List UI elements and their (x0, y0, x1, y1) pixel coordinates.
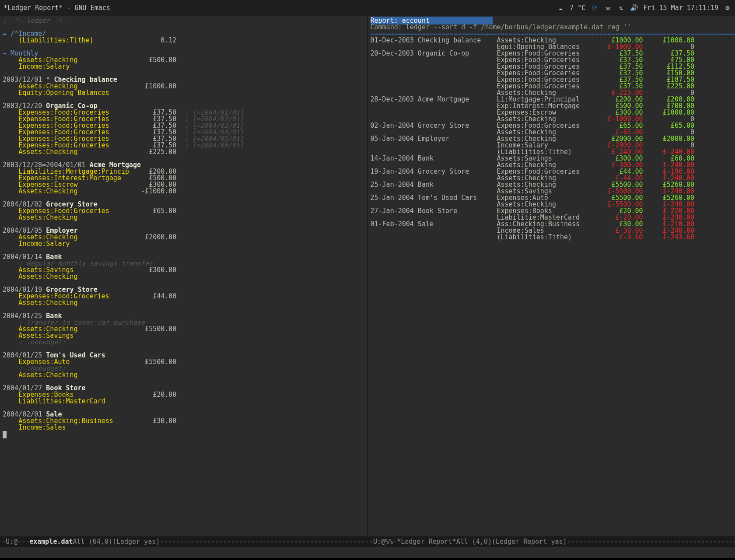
weather-text: 7 °C (570, 4, 585, 12)
mail-icon[interactable]: ✉ (604, 4, 612, 12)
right-pane[interactable]: Report: account Command: ledger --sort d… (368, 16, 735, 536)
network-icon[interactable]: ⇅ (617, 4, 625, 12)
left-pane[interactable]: ; -*- ledger -*-= /^Income/ (Liabilities… (0, 16, 368, 536)
buffer-name: example.dat (29, 536, 73, 547)
volume-icon[interactable]: 🔊 (630, 4, 638, 12)
weather-icon: ☁ (556, 4, 564, 12)
system-tray: ☁ 7 °C ⟳ ✉ ⇅ 🔊 Fri 15 Mar 17:11:19 ⚙ (556, 4, 732, 12)
minibuffer[interactable] (0, 547, 735, 558)
buffer-name: *Ledger Report* (397, 536, 456, 547)
settings-icon[interactable]: ⚙ (724, 4, 732, 12)
title-bar: *Ledger Report* - GNU Emacs ☁ 7 °C ⟳ ✉ ⇅… (0, 0, 735, 16)
refresh-icon[interactable]: ⟳ (591, 4, 598, 12)
ledger-report-buffer[interactable]: Report: account Command: ledger --sort d… (368, 16, 735, 242)
clock: Fri 15 Mar 17:11:19 (643, 4, 718, 12)
modeline-left[interactable]: -U:@--- example.dat All (64,0) (Ledger y… (0, 536, 368, 547)
ledger-source-buffer[interactable]: ; -*- ledger -*-= /^Income/ (Liabilities… (0, 16, 368, 439)
window-title: *Ledger Report* - GNU Emacs (4, 4, 110, 12)
modeline-right[interactable]: -U:@%%- *Ledger Report* All (4,0) (Ledge… (368, 536, 735, 547)
